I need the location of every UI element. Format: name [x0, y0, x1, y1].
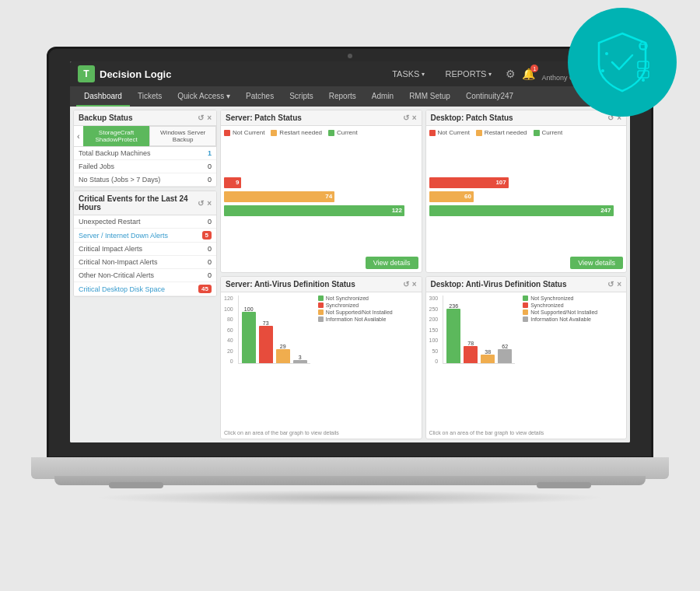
desktop-av-bars: 236 78 38 — [443, 296, 515, 364]
laptop-shadow — [93, 490, 607, 505]
hbar-row-0: 9 — [224, 177, 418, 188]
server-patch-legend: Not Current Restart needed — [224, 129, 418, 136]
desktop-patch-panel: Desktop: Patch Status ↺ × — [425, 110, 628, 273]
hbar-row-2: 122 — [224, 205, 418, 216]
crit-row-5: Critical Desktop Disk Space 45 — [74, 282, 216, 296]
stat-row-nostatus: No Status (Jobs > 7 Days) 0 — [74, 173, 216, 187]
desktop-av-yaxis: 300 250 200 150 100 50 0 — [429, 296, 440, 364]
tab-quick-access[interactable]: Quick Access ▾ — [170, 86, 238, 107]
crit-row-0: Unexpected Restart 0 — [74, 215, 216, 229]
dav-legend-2: Not Supported/Not Installed — [523, 309, 597, 315]
tab-scripts[interactable]: Scripts — [282, 86, 321, 107]
server-av-note: Click on an area of the bar graph to vie… — [224, 430, 418, 435]
dlegend-current: Current — [534, 129, 563, 136]
sav-close-icon[interactable]: × — [412, 280, 417, 289]
dav-legend-3: Information Not Available — [523, 316, 597, 322]
logo-area: T Decision Logic — [78, 65, 171, 82]
backup-tab-prev[interactable]: ‹ — [74, 126, 83, 146]
server-av-icons: ↺ × — [403, 280, 417, 289]
tab-admin[interactable]: Admin — [364, 86, 401, 107]
stat-row-failed: Failed Jobs 0 — [74, 160, 216, 173]
tab-dashboard[interactable]: Dashboard — [76, 86, 130, 107]
desktop-av-chart-row: 300 250 200 150 100 50 0 — [429, 296, 624, 427]
laptop: T Decision Logic TASKS ▾ REPORTS ▾ — [47, 47, 653, 544]
desktop-disk-link[interactable]: Critical Desktop Disk Space — [79, 285, 165, 293]
desktop-patch-view-details[interactable]: View details — [570, 257, 623, 269]
dav-bar-3: 62 — [498, 344, 512, 363]
backup-subtabs: StorageCraft ShadowProtect Windows Serve… — [83, 126, 216, 146]
desktop-patch-header: Desktop: Patch Status ↺ × — [426, 110, 627, 126]
backup-close-icon[interactable]: × — [207, 114, 212, 122]
svg-point-4 — [605, 52, 608, 55]
server-av-header: Server: Anti-Virus Definition Status ↺ × — [221, 277, 422, 292]
sav-legend-0: Not Synchronized — [318, 296, 393, 301]
nav-tasks[interactable]: TASKS ▾ — [386, 66, 431, 82]
settings-icon[interactable]: ⚙ — [506, 68, 516, 80]
backup-refresh-icon[interactable]: ↺ — [198, 114, 204, 122]
sav-bar-1: 73 — [259, 320, 273, 363]
server-av-body: 120 100 80 60 40 20 0 — [221, 292, 422, 439]
tab-patches[interactable]: Patches — [238, 86, 282, 107]
bell-icon[interactable]: 🔔 — [522, 68, 535, 80]
scene: T Decision Logic TASKS ▾ REPORTS ▾ — [0, 0, 700, 591]
sav-legend-3: Information Not Available — [318, 316, 393, 322]
nav-reports[interactable]: REPORTS ▾ — [439, 66, 498, 82]
tab-reports[interactable]: Reports — [321, 86, 364, 107]
crit-row-1: Server / Internet Down Alerts 5 — [74, 229, 216, 243]
server-patch-bars: 9 74 — [224, 139, 418, 254]
laptop-bezel: T Decision Logic TASKS ▾ REPORTS ▾ — [47, 47, 653, 459]
desktop-patch-legend: Not Current Restart needed — [429, 129, 624, 136]
desktop-av-icons: ↺ × — [607, 280, 621, 289]
dav-refresh-icon[interactable]: ↺ — [607, 280, 614, 289]
backup-subtab-shadowprotect[interactable]: StorageCraft ShadowProtect — [83, 126, 150, 146]
legend-current: Current — [328, 129, 358, 136]
backup-status-panel: Backup Status ↺ × ‹ — [73, 110, 217, 187]
server-av-legend: Not Synchronized Synchronized — [318, 296, 393, 322]
desktop-patch-body: Not Current Restart needed — [426, 126, 627, 272]
desktop-av-note: Click on an area of the bar graph to vie… — [429, 430, 624, 435]
dav-legend-1: Synchronized — [523, 302, 597, 308]
tasks-arrow: ▾ — [422, 71, 425, 78]
critical-close-icon[interactable]: × — [207, 199, 212, 208]
app-ui: T Decision Logic TASKS ▾ REPORTS ▾ — [70, 61, 630, 442]
tab-rmm-setup[interactable]: RMM Setup — [401, 86, 458, 107]
backup-subtab-windows[interactable]: Windows Server Backup — [149, 126, 216, 146]
reports-arrow: ▾ — [488, 71, 492, 78]
dav-close-icon[interactable]: × — [617, 280, 621, 289]
crit-row-2: Critical Impact Alerts 0 — [74, 243, 216, 256]
sav-refresh-icon[interactable]: ↺ — [403, 280, 409, 289]
spatch-close-icon[interactable]: × — [412, 114, 417, 122]
dhbar-row-2: 247 — [429, 205, 624, 216]
sav-legend-1: Synchronized — [318, 302, 393, 308]
server-av-bars: 100 73 29 — [238, 296, 310, 364]
crit-row-3: Critical Non-Impact Alerts 0 — [74, 256, 216, 269]
server-av-yaxis: 120 100 80 60 40 20 0 — [224, 296, 235, 364]
tab-tickets[interactable]: Tickets — [130, 86, 170, 107]
top-navbar: T Decision Logic TASKS ▾ REPORTS ▾ — [70, 61, 630, 86]
critical-events-panel: Critical Events for the Last 24 Hours ↺ … — [73, 191, 217, 297]
desktop-av-body: 300 250 200 150 100 50 0 — [426, 292, 627, 439]
critical-header-icons: ↺ × — [198, 199, 212, 208]
server-patch-view-details[interactable]: View details — [366, 257, 418, 269]
svg-point-5 — [601, 69, 604, 72]
server-down-link[interactable]: Server / Internet Down Alerts — [79, 232, 168, 240]
legend-not-current: Not Current — [224, 129, 264, 136]
legend-restart-needed: Restart needed — [271, 129, 322, 136]
dav-bar-2: 38 — [481, 349, 495, 363]
sav-bar-2: 29 — [276, 344, 290, 363]
server-av-chart-row: 120 100 80 60 40 20 0 — [224, 296, 418, 427]
tab-continuity247[interactable]: Continuity247 — [458, 86, 521, 107]
critical-refresh-icon[interactable]: ↺ — [198, 199, 204, 208]
dav-legend-0: Not Synchronized — [523, 296, 597, 301]
server-av-panel: Server: Anti-Virus Definition Status ↺ × — [220, 276, 422, 439]
server-patch-icons: ↺ × — [403, 114, 417, 122]
camera-dot — [348, 54, 352, 58]
svg-point-6 — [642, 79, 645, 82]
screen-area: T Decision Logic TASKS ▾ REPORTS ▾ — [70, 61, 630, 442]
spatch-refresh-icon[interactable]: ↺ — [403, 114, 409, 122]
dav-bar-1: 78 — [464, 341, 478, 363]
left-panel: Backup Status ↺ × ‹ — [73, 110, 217, 439]
sav-bar-3: 3 — [293, 355, 307, 363]
logo-text: Decision Logic — [100, 68, 171, 80]
crit-row-4: Other Non-Critical Alerts 0 — [74, 269, 216, 282]
